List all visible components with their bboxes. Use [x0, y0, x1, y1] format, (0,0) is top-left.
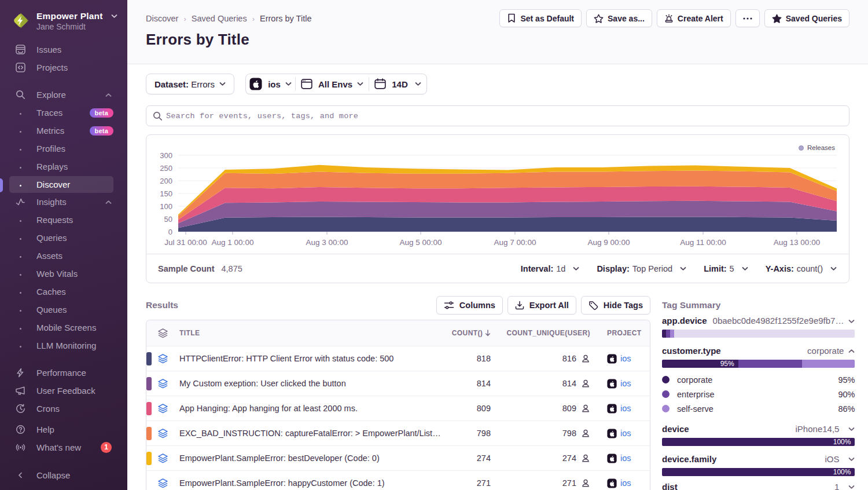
svg-text:Aug 13 00:00: Aug 13 00:00: [774, 238, 820, 247]
svg-text:Aug 3 00:00: Aug 3 00:00: [306, 238, 348, 247]
svg-text:50: 50: [164, 215, 172, 224]
svg-text:200: 200: [160, 177, 172, 185]
svg-text:Aug 9 00:00: Aug 9 00:00: [588, 238, 630, 247]
svg-text:Jul 31 00:00: Jul 31 00:00: [164, 238, 207, 247]
svg-text:Aug 11 00:00: Aug 11 00:00: [680, 238, 726, 247]
svg-text:100: 100: [160, 202, 172, 211]
svg-text:300: 300: [160, 151, 172, 160]
svg-text:Aug 7 00:00: Aug 7 00:00: [494, 238, 536, 247]
svg-text:Aug 5 00:00: Aug 5 00:00: [400, 238, 442, 247]
svg-text:Aug 1 00:00: Aug 1 00:00: [212, 238, 254, 247]
svg-text:0: 0: [168, 228, 172, 236]
svg-text:150: 150: [160, 189, 172, 198]
svg-text:250: 250: [160, 164, 172, 173]
